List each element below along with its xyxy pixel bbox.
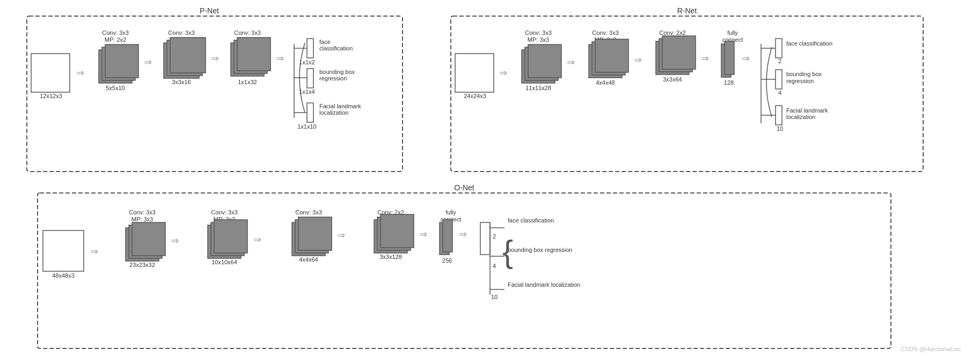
svg-text:Conv: 3x3: Conv: 3x3 (129, 209, 156, 215)
svg-text:fully: fully (727, 29, 738, 36)
svg-rect-64 (662, 36, 696, 69)
watermark: CSDN @HarmoniaLeo (901, 346, 961, 352)
svg-rect-4 (31, 54, 70, 92)
svg-text:P-Net: P-Net (200, 6, 219, 15)
svg-text:localization: localization (786, 114, 815, 120)
svg-text:2: 2 (778, 58, 781, 64)
svg-text:10: 10 (777, 125, 783, 132)
diagram-svg: P-Net input size 12x12x3 ⇒ Conv: 3x3 MP:… (0, 0, 980, 357)
svg-text:1x1x10: 1x1x10 (297, 123, 316, 130)
svg-text:R-Net: R-Net (677, 6, 697, 15)
svg-text:O-Net: O-Net (454, 183, 474, 192)
svg-text:Conv: 3x3: Conv: 3x3 (102, 29, 129, 36)
svg-text:4: 4 (778, 90, 781, 96)
svg-rect-80 (776, 70, 782, 89)
svg-rect-37 (307, 103, 313, 122)
svg-text:⇒: ⇒ (144, 57, 152, 68)
svg-text:2: 2 (493, 233, 496, 240)
svg-text:bounding box regression: bounding box regression (508, 247, 572, 253)
svg-rect-92 (43, 230, 84, 271)
svg-rect-127 (480, 222, 490, 255)
svg-rect-45 (455, 54, 494, 92)
svg-text:bounding box: bounding box (319, 69, 355, 75)
svg-text:Facial landmark localization: Facial landmark localization (508, 281, 580, 288)
svg-text:⇒: ⇒ (337, 230, 345, 241)
svg-text:3x3x128: 3x3x128 (379, 254, 402, 260)
svg-rect-58 (595, 39, 628, 72)
svg-text:fully: fully (445, 209, 456, 215)
svg-text:Facial landmark: Facial landmark (786, 107, 828, 114)
svg-rect-88 (38, 193, 891, 348)
svg-text:⇒: ⇒ (419, 229, 427, 240)
svg-text:Conv: 3x3: Conv: 3x3 (168, 29, 195, 36)
svg-text:128: 128 (724, 79, 734, 86)
svg-rect-22 (237, 38, 270, 71)
svg-text:regression: regression (319, 75, 347, 81)
svg-text:⇒: ⇒ (499, 68, 507, 78)
svg-text:12x12x3: 12x12x3 (40, 93, 62, 99)
svg-rect-118 (381, 214, 414, 248)
svg-text:⇒: ⇒ (634, 55, 642, 65)
svg-text:{: { (502, 234, 513, 270)
svg-text:⇒: ⇒ (276, 53, 284, 64)
svg-text:⇒: ⇒ (76, 68, 84, 78)
svg-text:23x23x32: 23x23x32 (129, 262, 155, 268)
svg-rect-70 (725, 41, 734, 75)
svg-rect-0 (27, 16, 403, 172)
svg-text:Conv: 3x3: Conv: 3x3 (592, 29, 619, 36)
svg-rect-105 (214, 220, 247, 253)
svg-text:⇒: ⇒ (701, 53, 709, 64)
main-container: P-Net input size 12x12x3 ⇒ Conv: 3x3 MP:… (0, 0, 980, 357)
svg-text:⇒: ⇒ (171, 235, 179, 246)
svg-text:Conv: 3x3: Conv: 3x3 (211, 209, 238, 215)
svg-text:5x5x10: 5x5x10 (106, 85, 125, 91)
svg-rect-10 (105, 44, 138, 78)
svg-text:1x1x4: 1x1x4 (299, 88, 315, 95)
svg-text:⇒: ⇒ (567, 57, 575, 68)
svg-text:Conv: 3x3: Conv: 3x3 (234, 29, 261, 36)
svg-rect-16 (170, 38, 206, 73)
svg-text:1x1x32: 1x1x32 (238, 79, 257, 85)
svg-rect-77 (776, 39, 782, 58)
svg-rect-124 (443, 220, 452, 252)
svg-text:4x4x48: 4x4x48 (596, 79, 615, 86)
svg-text:face: face (319, 39, 331, 45)
svg-text:Conv: 3x3: Conv: 3x3 (295, 209, 322, 215)
svg-rect-51 (528, 44, 561, 78)
svg-text:localization: localization (319, 109, 348, 116)
svg-text:⇒: ⇒ (90, 246, 98, 257)
svg-text:MP: 3x3: MP: 3x3 (528, 36, 549, 43)
svg-text:3x3x16: 3x3x16 (172, 79, 191, 85)
svg-rect-29 (307, 39, 313, 58)
svg-rect-98 (132, 222, 165, 256)
svg-text:regression: regression (786, 78, 814, 84)
svg-text:classification: classification (319, 45, 353, 51)
svg-text:bounding box: bounding box (786, 71, 822, 77)
svg-text:1x1x2: 1x1x2 (299, 59, 315, 65)
svg-text:3x3x64: 3x3x64 (663, 76, 682, 83)
svg-text:48x48x3: 48x48x3 (52, 272, 75, 279)
svg-rect-112 (298, 217, 332, 250)
svg-text:4: 4 (493, 263, 496, 269)
svg-text:4x4x64: 4x4x64 (299, 256, 318, 263)
svg-text:face classification: face classification (508, 217, 554, 224)
svg-text:MP: 2x2: MP: 2x2 (105, 36, 126, 43)
svg-text:MP: 3x3: MP: 3x3 (131, 216, 153, 222)
svg-rect-33 (307, 69, 313, 88)
svg-text:24x24x3: 24x24x3 (464, 93, 486, 99)
svg-text:⇒: ⇒ (253, 234, 261, 245)
svg-text:11x11x28: 11x11x28 (525, 85, 551, 91)
svg-text:Conv: 2x2: Conv: 2x2 (659, 29, 686, 36)
svg-text:face classification: face classification (786, 40, 832, 47)
svg-text:⇒: ⇒ (742, 53, 750, 64)
svg-text:Conv: 3x3: Conv: 3x3 (525, 29, 552, 36)
svg-text:⇒: ⇒ (211, 53, 219, 64)
svg-rect-84 (776, 106, 782, 125)
svg-text:Facial landmark: Facial landmark (319, 103, 361, 109)
svg-text:10: 10 (491, 294, 498, 300)
svg-text:256: 256 (442, 257, 452, 264)
svg-text:10x10x64: 10x10x64 (211, 259, 237, 265)
svg-text:⇒: ⇒ (459, 229, 467, 240)
